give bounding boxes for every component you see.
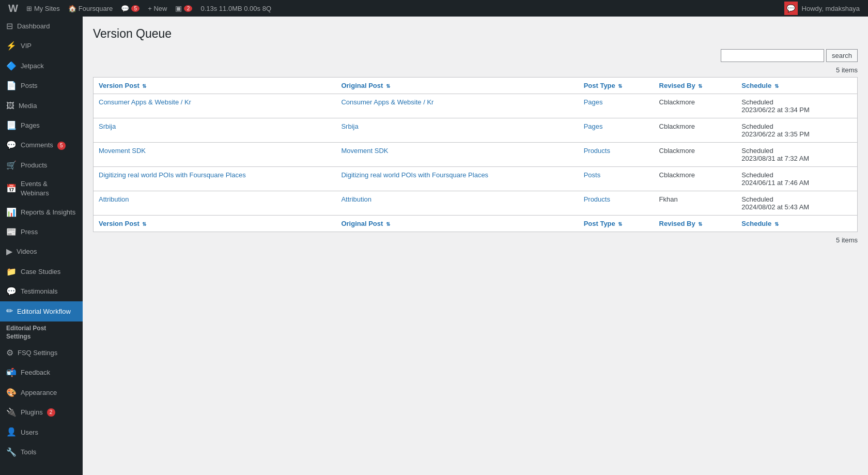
press-icon: 📰 [6,226,17,238]
appearance-icon: 🎨 [6,387,17,399]
sidebar-item-pages[interactable]: 📃 Pages [0,116,83,135]
original-post-link[interactable]: Attribution [341,195,371,203]
version-post-link[interactable]: Digitizing real world POIs with Foursqua… [99,171,246,179]
sidebar: ⊟ Dashboard ⚡ VIP 🔷 Jetpack 📄 Posts 🖼 Me… [0,17,83,475]
videos-icon: ▶ [6,246,12,257]
search-button[interactable]: search [826,49,858,62]
cell-revised-by: Fkhan [654,191,737,216]
col-footer-revised-by[interactable]: Revised By ⇅ [654,216,737,232]
tools-icon: 🔧 [6,447,17,458]
cell-schedule: Scheduled2024/08/02 at 5:43 AM [736,191,857,216]
sidebar-item-media[interactable]: 🖼 Media [0,96,83,116]
col-header-schedule[interactable]: Schedule ⇅ [736,78,857,94]
sidebar-item-tools[interactable]: 🔧 Tools [0,442,83,462]
cell-schedule: Scheduled2023/08/31 at 7:32 AM [736,143,857,167]
sidebar-item-events-webinars[interactable]: 📅 Events & Webinars [0,175,83,202]
cell-post-type: Pages [579,118,654,143]
adminbar-notification-icon[interactable]: 💬 [784,2,798,15]
sidebar-item-feedback[interactable]: 📬 Feedback [0,363,83,382]
sidebar-item-press[interactable]: 📰 Press [0,222,83,242]
col-footer-schedule[interactable]: Schedule ⇅ [736,216,857,232]
jetpack-icon: 🔷 [6,60,17,72]
cell-revised-by: Cblackmore [654,167,737,191]
sidebar-item-products[interactable]: 🛒 Products [0,156,83,175]
col-header-post-type[interactable]: Post Type ⇅ [579,78,654,94]
main-content: Version Queue search 5 items Version Pos… [83,17,868,475]
posts-icon: 📄 [6,80,17,91]
sort-icon-schedule: ⇅ [774,83,779,89]
table-footer-row: Version Post ⇅ Original Post ⇅ Post Type… [94,216,858,232]
version-post-link[interactable]: Movement SDK [99,147,146,155]
post-type-link[interactable]: Products [584,195,610,203]
cell-original-post: Digitizing real world POIs with Foursqua… [336,167,578,191]
sidebar-item-plugins[interactable]: 🔌 Plugins 2 [0,403,83,422]
sidebar-item-vip[interactable]: ⚡ VIP [0,36,83,56]
items-count-bottom: 5 items [93,236,858,244]
col-header-revised-by[interactable]: Revised By ⇅ [654,78,737,94]
sidebar-item-comments[interactable]: 💬 Comments 5 [0,135,83,155]
sidebar-item-posts[interactable]: 📄 Posts [0,76,83,96]
adminbar-comments[interactable]: 💬 5 [117,0,144,17]
sidebar-section-editorial-post: Editorial Post [0,321,83,333]
sort-icon-original-post: ⇅ [386,83,390,89]
cell-revised-by: Cblackmore [654,94,737,118]
sidebar-item-reports-insights[interactable]: 📊 Reports & Insights [0,203,83,222]
sites-icon: ⊞ [26,5,32,12]
sort-icon-footer-original-post: ⇅ [386,221,390,227]
sidebar-item-appearance[interactable]: 🎨 Appearance [0,383,83,403]
col-footer-post-type[interactable]: Post Type ⇅ [579,216,654,232]
col-header-original-post[interactable]: Original Post ⇅ [336,78,578,94]
version-queue-table: Version Post ⇅ Original Post ⇅ Post Type… [93,77,858,232]
plugins-icon: 🔌 [6,407,17,418]
sort-icon-footer-schedule: ⇅ [774,221,779,227]
original-post-link[interactable]: Movement SDK [341,147,388,155]
cell-post-type: Pages [579,94,654,118]
products-icon: 🛒 [6,160,17,171]
sort-icon-version-post: ⇅ [142,83,146,89]
original-post-link[interactable]: Digitizing real world POIs with Foursqua… [341,171,488,179]
cell-version-post: Srbija [94,118,336,143]
cell-revised-by: Cblackmore [654,143,737,167]
sidebar-item-testimonials[interactable]: 💬 Testimonials [0,282,83,301]
media-icon: 🖼 [6,100,14,112]
sidebar-item-videos[interactable]: ▶ Videos [0,242,83,262]
col-footer-version-post[interactable]: Version Post ⇅ [94,216,336,232]
adminbar-plugin-icon[interactable]: ▣ 2 [171,0,196,17]
table-header-row: Version Post ⇅ Original Post ⇅ Post Type… [94,78,858,94]
sidebar-item-case-studies[interactable]: 📁 Case Studies [0,262,83,282]
feedback-icon: 📬 [6,367,17,378]
sort-icon-post-type: ⇅ [618,83,622,89]
post-type-link[interactable]: Products [584,147,610,155]
pages-icon: 📃 [6,120,17,131]
post-type-link[interactable]: Pages [584,98,603,106]
items-count-top: 5 items [93,66,858,74]
sidebar-item-jetpack[interactable]: 🔷 Jetpack [0,56,83,76]
search-bar: search [93,49,858,62]
sidebar-item-fsq-settings[interactable]: ⚙ FSQ Settings [0,343,83,363]
adminbar-wp-logo[interactable]: W [4,0,22,17]
comment-icon: 💬 [121,5,129,12]
cell-original-post: Movement SDK [336,143,578,167]
col-footer-original-post[interactable]: Original Post ⇅ [336,216,578,232]
table-row: Movement SDK Movement SDK Products Cblac… [94,143,858,167]
adminbar-new[interactable]: + New [144,0,171,17]
adminbar-my-sites[interactable]: ⊞ My Sites [22,0,64,17]
original-post-link[interactable]: Consumer Apps & Website / Kr [341,98,433,106]
search-input[interactable] [721,49,824,62]
sidebar-item-editorial-workflow[interactable]: ✏ Editorial Workflow [0,301,83,321]
post-type-link[interactable]: Pages [584,122,603,130]
col-header-version-post[interactable]: Version Post ⇅ [94,78,336,94]
sort-icon-footer-version-post: ⇅ [142,221,146,227]
version-post-link[interactable]: Consumer Apps & Website / Kr [99,98,191,106]
sidebar-item-dashboard[interactable]: ⊟ Dashboard [0,17,83,36]
version-post-link[interactable]: Attribution [99,195,129,203]
cell-post-type: Posts [579,167,654,191]
original-post-link[interactable]: Srbija [341,122,358,130]
sidebar-item-users[interactable]: 👤 Users [0,422,83,442]
adminbar-foursquare[interactable]: 🏠 Foursquare [64,0,117,17]
home-icon: 🏠 [68,5,76,12]
version-post-link[interactable]: Srbija [99,122,116,130]
post-type-link[interactable]: Posts [584,171,601,179]
adminbar-user[interactable]: Howdy, mdakshaya [798,0,864,17]
cell-schedule: Scheduled2024/06/11 at 7:46 AM [736,167,857,191]
